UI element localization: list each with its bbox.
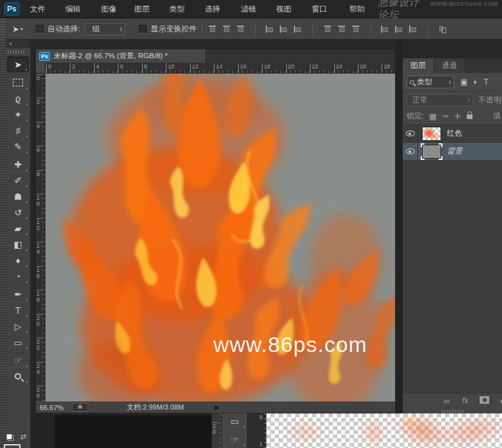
blend-mode-dropdown[interactable]: 正常 ▴ ▾ xyxy=(407,94,473,106)
magic-wand-tool[interactable]: ✶ xyxy=(7,106,29,122)
gradient-tool[interactable]: ◧ xyxy=(7,236,29,252)
menu-item[interactable]: 文件(F) xyxy=(23,0,58,18)
zoom-level-field[interactable]: 66.67% xyxy=(40,404,69,412)
menu-item[interactable]: 编辑(E) xyxy=(58,0,94,18)
menu-item[interactable]: 帮助(H) xyxy=(343,0,378,18)
align-bottom-edges-icon[interactable] xyxy=(236,25,245,33)
menu-item[interactable]: 视图(V) xyxy=(269,0,305,18)
dodge-tool[interactable]: ◔ xyxy=(7,268,29,284)
layer-mask-icon[interactable] xyxy=(480,396,489,404)
canvas-image[interactable]: www.86ps.com xyxy=(45,74,395,401)
visibility-cell[interactable] xyxy=(403,143,418,161)
path-selection-tool[interactable]: ▷ xyxy=(7,318,29,334)
vertical-ruler[interactable]: 02468101214161820222426 xyxy=(36,74,45,401)
layer-thumbnail[interactable] xyxy=(422,127,441,141)
document-tab[interactable]: Ps 未标题-2 @ 66.7% (背景, RGB/8) * xyxy=(36,49,206,63)
spot-healing-brush-tool[interactable]: ✚ xyxy=(7,156,29,172)
tool-preset-caret-icon[interactable]: ▾ xyxy=(20,26,23,32)
lock-position-icon[interactable]: ✛ xyxy=(455,112,461,121)
layer-name[interactable]: 背景 xyxy=(447,146,462,157)
tools-panel-grip[interactable] xyxy=(8,50,24,54)
align-left-edges-icon[interactable] xyxy=(265,25,275,33)
second-window-canvas[interactable] xyxy=(266,413,502,448)
blur-tool[interactable]: ♦ xyxy=(7,252,29,268)
brush-tool[interactable]: ✐ xyxy=(7,172,29,188)
status-options-arrow-icon[interactable]: ▶ xyxy=(215,404,220,411)
foreground-color-swatch[interactable] xyxy=(4,444,20,448)
distribute-vertical-centers-icon[interactable] xyxy=(337,25,346,33)
type-layer-filter-icon[interactable]: T xyxy=(484,77,489,86)
hand-tool[interactable]: ☞ xyxy=(7,352,29,368)
pixel-layer-filter-icon[interactable]: ▣ xyxy=(460,77,467,86)
auto-select-dropdown[interactable]: 组 ▴ ▾ xyxy=(85,23,125,35)
rounded-rectangle-tool[interactable]: ▭ xyxy=(7,334,29,350)
menu-item[interactable]: 类型(Y) xyxy=(162,0,198,18)
lock-all-icon[interactable] xyxy=(467,115,473,119)
auto-align-layers-icon[interactable] xyxy=(438,25,448,33)
default-colors-icon[interactable] xyxy=(8,435,13,441)
clone-stamp-tool[interactable]: ☗ xyxy=(7,188,29,204)
distribute-horizontal-centers-icon[interactable] xyxy=(394,25,404,33)
visibility-cell[interactable] xyxy=(403,125,418,143)
zoom-tool[interactable] xyxy=(7,368,29,384)
history-brush-tool[interactable]: ↺ xyxy=(7,204,29,220)
layer-thumbnail[interactable] xyxy=(422,145,441,159)
zoom-scrubber-icon[interactable]: ✽ xyxy=(72,403,88,412)
menu-item[interactable]: 滤镜(T) xyxy=(234,0,269,18)
options-bar-grip[interactable] xyxy=(0,19,6,40)
layer-name[interactable]: 红色 xyxy=(447,128,462,139)
clone-stamp-tool-icon: ☗ xyxy=(14,192,22,201)
adjustment-layer-icon[interactable]: ◑ xyxy=(498,396,502,406)
menu-item[interactable]: 图层(L) xyxy=(127,0,163,18)
layer-row[interactable]: 背景 xyxy=(403,143,502,161)
lasso-tool[interactable]: ϱ xyxy=(7,90,29,106)
eraser-tool[interactable]: ▰ xyxy=(7,220,29,236)
horizontal-type-tool[interactable]: T xyxy=(7,302,29,318)
rectangular-marquee-tool[interactable] xyxy=(7,74,29,90)
rounded-rectangle-tool-icon: ▭ xyxy=(13,338,22,347)
layers-panel-grip[interactable] xyxy=(442,410,464,413)
auto-select-checkbox[interactable] xyxy=(36,25,44,33)
rounded-rectangle-tool[interactable]: ▭ xyxy=(224,413,246,429)
layer-filter-dropdown[interactable]: 类型 ▴ ▾ xyxy=(407,76,454,88)
align-top-edges-icon[interactable] xyxy=(207,25,217,33)
spinner-icon: ▴ ▾ xyxy=(449,79,451,84)
distribute-top-edges-icon[interactable] xyxy=(323,25,332,33)
swap-colors-icon[interactable]: ⇄ xyxy=(20,433,26,441)
align-vertical-centers-icon[interactable] xyxy=(222,25,231,33)
link-layers-icon[interactable]: ∞ xyxy=(444,396,449,406)
visibility-eye-icon[interactable] xyxy=(406,148,415,154)
adjustment-layer-filter-icon[interactable]: ◐ xyxy=(473,77,478,86)
distribute-left-edges-icon[interactable] xyxy=(380,25,390,33)
tab-图层[interactable]: 图层 xyxy=(403,58,434,73)
menu-item[interactable]: 选择(S) xyxy=(198,0,234,18)
hand-tool[interactable]: ☞ xyxy=(224,432,246,447)
move-tool[interactable]: ➤ xyxy=(7,56,29,72)
pen-tool[interactable]: ✒ xyxy=(7,286,29,302)
ruler-origin-corner[interactable] xyxy=(36,63,45,74)
layer-effects-icon[interactable]: fx xyxy=(462,396,468,405)
options-divider xyxy=(312,22,313,36)
collapse-panel-button[interactable]: » xyxy=(6,40,30,48)
lock-image-icon[interactable]: ✑ xyxy=(442,112,449,121)
distribute-right-edges-icon[interactable] xyxy=(409,25,418,33)
document-title: 未标题-2 @ 66.7% (背景, RGB/8) * xyxy=(54,51,168,61)
ruler-number: 2 xyxy=(70,63,75,74)
hand-tool-icon: ☞ xyxy=(231,435,239,444)
visibility-eye-icon[interactable] xyxy=(406,131,415,136)
menu-item[interactable]: 图像(I) xyxy=(94,0,127,18)
show-transform-checkbox[interactable] xyxy=(139,25,147,33)
menu-item[interactable]: 窗口(W) xyxy=(305,0,343,18)
tab-通道[interactable]: 通道 xyxy=(434,58,466,73)
ruler-number: 20 xyxy=(213,422,218,435)
align-horizontal-centers-icon[interactable] xyxy=(279,25,289,33)
eyedropper-tool[interactable]: ✎ xyxy=(7,138,29,154)
lock-transparency-icon[interactable]: ▦ xyxy=(429,112,436,121)
layer-row[interactable]: 红色 xyxy=(403,125,502,143)
crop-tool[interactable]: ♯ xyxy=(7,122,29,138)
menu-bar: Ps 文件(F)编辑(E)图像(I)图层(L)类型(Y)选择(S)滤镜(T)视图… xyxy=(0,0,502,18)
distribute-bottom-edges-icon[interactable] xyxy=(351,25,360,33)
align-right-edges-icon[interactable] xyxy=(293,25,303,33)
horizontal-ruler[interactable]: 0246810121416182022242628 xyxy=(45,63,395,74)
color-controls: ⇄ xyxy=(6,434,28,443)
